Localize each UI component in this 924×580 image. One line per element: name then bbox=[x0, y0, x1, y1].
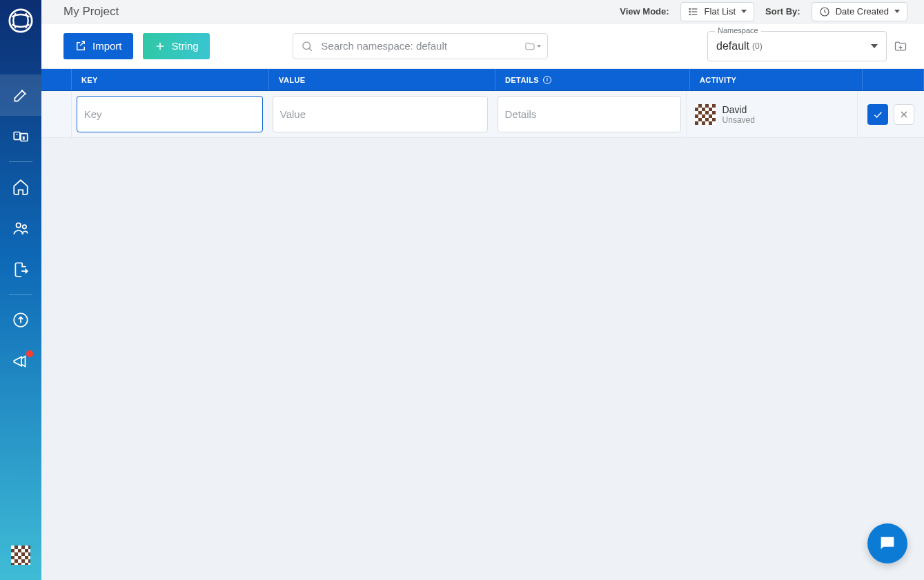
upload-icon bbox=[12, 311, 30, 329]
view-mode-label: View Mode: bbox=[620, 6, 669, 17]
value-input[interactable] bbox=[273, 96, 488, 132]
add-string-button[interactable]: String bbox=[143, 33, 210, 59]
edit-icon bbox=[12, 86, 30, 104]
col-actions bbox=[863, 69, 924, 90]
import-icon bbox=[75, 40, 87, 52]
col-details[interactable]: DETAILS i bbox=[495, 69, 690, 90]
team-icon bbox=[12, 219, 30, 237]
add-namespace-button[interactable] bbox=[894, 39, 907, 53]
activity-avatar bbox=[695, 104, 716, 125]
table-row: David Unsaved bbox=[41, 91, 924, 138]
plus-icon bbox=[154, 40, 166, 52]
sidebar-divider bbox=[9, 161, 32, 162]
sidebar-divider bbox=[9, 294, 32, 295]
user-avatar[interactable] bbox=[11, 546, 30, 565]
confirm-button[interactable] bbox=[867, 104, 888, 125]
notification-badge bbox=[26, 350, 33, 357]
chat-icon bbox=[878, 534, 897, 553]
search-icon bbox=[301, 40, 313, 52]
sort-by-dropdown[interactable]: Date Created bbox=[812, 2, 907, 21]
activity-status: Unsaved bbox=[723, 115, 755, 125]
svg-point-4 bbox=[23, 225, 26, 228]
chevron-down-icon bbox=[741, 10, 747, 13]
sidebar bbox=[0, 0, 41, 580]
search-input[interactable] bbox=[293, 33, 548, 59]
col-value[interactable]: VALUE bbox=[269, 69, 495, 90]
svg-point-9 bbox=[689, 8, 690, 9]
sidebar-item-home[interactable] bbox=[0, 166, 41, 208]
sidebar-item-translate[interactable] bbox=[0, 116, 41, 157]
search-folder-filter[interactable] bbox=[524, 41, 541, 52]
page-header: My Project View Mode: Flat List Sort By:… bbox=[41, 0, 924, 23]
check-icon bbox=[872, 109, 883, 120]
chevron-down-icon bbox=[871, 44, 878, 48]
sort-by-value: Date Created bbox=[836, 6, 889, 17]
table-header-lead bbox=[41, 69, 72, 90]
svg-point-11 bbox=[689, 14, 690, 14]
key-input[interactable] bbox=[77, 96, 263, 132]
view-mode-dropdown[interactable]: Flat List bbox=[680, 2, 755, 21]
namespace-select[interactable]: Namespace default (0) bbox=[707, 31, 887, 61]
list-icon bbox=[688, 6, 699, 17]
namespace-count: (0) bbox=[752, 41, 763, 51]
project-title: My Project bbox=[63, 5, 119, 19]
empty-area bbox=[41, 138, 924, 580]
home-icon bbox=[12, 178, 30, 196]
activity-user: David bbox=[723, 104, 755, 115]
clock-icon bbox=[819, 6, 830, 17]
sidebar-item-edit[interactable] bbox=[0, 74, 41, 116]
namespace-legend: Namespace bbox=[715, 26, 761, 34]
sidebar-item-export[interactable] bbox=[0, 249, 41, 290]
activity-cell: David Unsaved bbox=[686, 91, 857, 137]
toolbar: Import String Namespace default (0) bbox=[41, 23, 924, 69]
cancel-button[interactable] bbox=[894, 104, 914, 125]
import-button[interactable]: Import bbox=[63, 33, 133, 59]
table-header: KEY VALUE DETAILS i ACTIVITY bbox=[41, 69, 924, 91]
svg-point-3 bbox=[17, 223, 21, 228]
chevron-down-icon bbox=[894, 10, 900, 13]
namespace-value: default bbox=[716, 40, 749, 52]
sidebar-item-announce[interactable] bbox=[0, 341, 41, 382]
col-activity[interactable]: ACTIVITY bbox=[690, 69, 863, 90]
translate-icon bbox=[12, 128, 30, 146]
view-mode-value: Flat List bbox=[705, 6, 736, 17]
svg-point-15 bbox=[303, 42, 311, 50]
app-logo[interactable] bbox=[8, 8, 33, 33]
sidebar-item-upload[interactable] bbox=[0, 299, 41, 341]
export-icon bbox=[12, 261, 30, 279]
main-area: My Project View Mode: Flat List Sort By:… bbox=[41, 0, 924, 580]
col-key[interactable]: KEY bbox=[72, 69, 269, 90]
svg-rect-1 bbox=[14, 132, 20, 140]
chevron-down-icon bbox=[537, 45, 541, 48]
info-icon[interactable]: i bbox=[543, 76, 551, 84]
close-icon bbox=[898, 109, 910, 120]
row-lead bbox=[41, 91, 72, 137]
row-actions bbox=[857, 91, 924, 137]
details-input[interactable] bbox=[498, 96, 681, 132]
sort-by-label: Sort By: bbox=[765, 6, 800, 17]
folder-icon bbox=[524, 41, 535, 52]
string-label: String bbox=[172, 40, 199, 52]
chat-fab[interactable] bbox=[867, 523, 907, 563]
svg-line-16 bbox=[309, 48, 312, 51]
sidebar-item-team[interactable] bbox=[0, 208, 41, 249]
search-wrap bbox=[293, 33, 548, 59]
import-label: Import bbox=[92, 40, 122, 52]
svg-point-10 bbox=[689, 11, 690, 12]
